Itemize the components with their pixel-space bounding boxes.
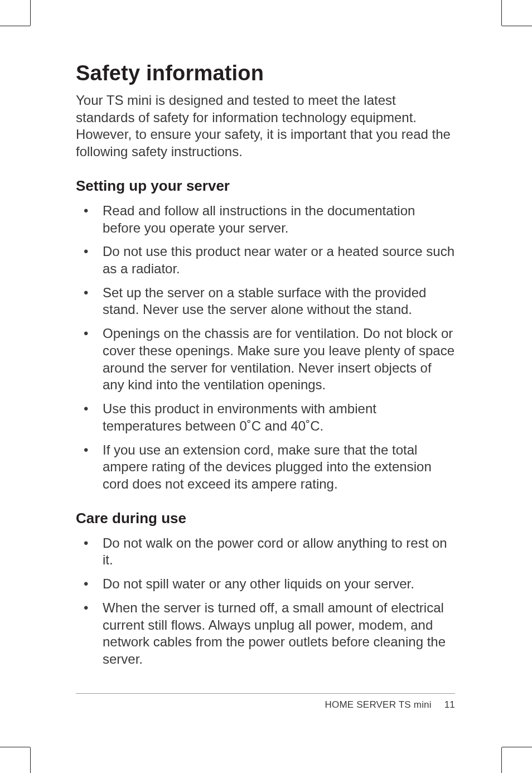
list-item: Do not spill water or any other liquids … <box>76 576 455 593</box>
crop-mark <box>502 26 532 26</box>
page-heading: Safety information <box>76 61 455 85</box>
crop-mark <box>30 747 31 773</box>
list-item: Set up the server on a stable surface wi… <box>76 284 455 318</box>
list-item: When the server is turned off, a small a… <box>76 600 455 668</box>
footer-rule <box>76 693 455 694</box>
care-list: Do not walk on the power cord or allow a… <box>76 535 455 668</box>
page: Safety information Your TS mini is desig… <box>0 0 532 773</box>
section-heading-care: Care during use <box>76 510 455 527</box>
footer-text: HOME SERVER TS mini 11 <box>76 699 455 711</box>
list-item: Do not walk on the power cord or allow a… <box>76 535 455 569</box>
list-item: Use this product in environments with am… <box>76 400 455 434</box>
crop-mark <box>0 747 30 747</box>
list-item: If you use an extension cord, make sure … <box>76 442 455 493</box>
section-heading-setup: Setting up your server <box>76 177 455 195</box>
footer-label: HOME SERVER TS mini <box>325 699 432 710</box>
page-footer: HOME SERVER TS mini 11 <box>76 693 455 711</box>
list-item: Openings on the chassis are for ventilat… <box>76 325 455 394</box>
setup-list: Read and follow all instructions in the … <box>76 202 455 493</box>
list-item: Do not use this product near water or a … <box>76 243 455 277</box>
crop-mark <box>0 26 30 26</box>
content-area: Safety information Your TS mini is desig… <box>76 61 455 685</box>
intro-paragraph: Your TS mini is designed and tested to m… <box>76 92 455 161</box>
crop-mark <box>502 747 532 747</box>
crop-mark <box>30 0 31 26</box>
list-item: Read and follow all instructions in the … <box>76 202 455 236</box>
crop-mark <box>501 747 502 773</box>
crop-mark <box>501 0 502 26</box>
page-number: 11 <box>444 699 455 710</box>
